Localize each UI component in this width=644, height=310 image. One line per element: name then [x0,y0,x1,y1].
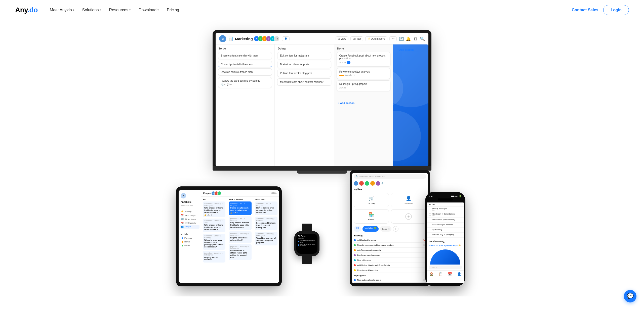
people-card[interactable]: Acme Inc. • HR • In Progress Start a blo… [229,201,251,215]
phone-frame: 9:41 ▮▮▮ WiFi 🔋 MY DAY Weekly [425,192,465,286]
phone-task[interactable]: Lunch with Cyan and Mike [427,223,464,228]
signal-icon: ▮▮▮ [451,195,454,197]
list-grid-item-add[interactable]: + [391,209,426,224]
kanban-card[interactable]: Redesign Spring graphic Apr 22 [337,80,390,91]
add-section-button[interactable]: + [393,226,398,232]
phone-task[interactable]: Social Media (weekly review) [427,218,464,223]
filter-icon: ⊟ [353,37,355,40]
add-member-button[interactable]: 👤 [282,36,290,41]
people-card[interactable]: Acme Inc. • Marketing • In Progress Why … [203,201,225,217]
tab-sales[interactable]: Sales 💬 [380,226,391,232]
search-button[interactable]: 🔍 [420,36,425,41]
sidebar-item-calendar[interactable]: 📆 My Calendar [180,221,199,225]
hero-section: M 📊 Marketing A B C D E +8 [0,20,644,296]
kanban-card[interactable]: Meet with team about content calendar [277,78,331,86]
kanban-card[interactable]: Contact potential influencers [218,61,272,67]
phone-task[interactable]: Weekly Team Sync Jan [427,206,464,212]
kanban-card[interactable]: Edit content for Instagram [277,52,331,59]
task-item[interactable]: Add Iceland to menu 🔖 1 [354,238,426,243]
view-button[interactable]: ⊞ View [336,36,348,41]
sidebar-item-people[interactable]: 👥 People [180,225,199,229]
sidebar-item-all-tasks[interactable]: ☑️ All my tasks [180,217,199,221]
more-button[interactable]: ••• [389,36,397,41]
phone-task[interactable]: Alex Green <> Sarah Larsen 7:00 [427,212,464,218]
task-item[interactable]: Next button close to menu ··· [354,278,426,283]
phone-screen: MY DAY Weekly Team Sync Jan Alex Green <… [427,202,464,283]
people-card[interactable]: Acme Inc. • Marketing • Backlog Lessons … [255,217,277,230]
phone-input-bar[interactable]: I want to... [429,266,462,269]
task-item[interactable]: Ask Tom regarding Algeria [354,248,426,253]
nav-meet-anydo[interactable]: Meet Any.do ▾ [47,6,77,14]
workspace-columns: Me Acme Inc. • Marketing • In Progress W… [201,197,279,272]
login-button[interactable]: Login [603,5,629,15]
watch-category: Personal [298,238,316,239]
automations-button[interactable]: ⚡ Automations [365,36,388,41]
kanban-card[interactable]: Review the card designs by Sophie 📎 4 💬 … [218,77,272,88]
ipad-search[interactable]: 🔍 Search for tasks, events, etc... [354,174,426,179]
watch-title: All Tasks [298,235,316,237]
refresh-button[interactable]: 🔄 [399,36,404,41]
add-section-button[interactable]: + Add section [337,100,390,106]
store-icon: 🏪 [356,212,387,218]
card-meta: 👍 1💬 1 [204,214,224,216]
watch-device: All Tasks Personal Talk with dad about t… [294,224,319,264]
list-grid-item-personal[interactable]: 👤 Personal [391,193,426,207]
sidebar-item-next-7[interactable]: 📅 Next 7 days [180,214,199,217]
people-col-stella: Stella Boaz Acme Inc. • HR • In Progress… [253,197,279,272]
phone-task[interactable]: Q4 Planning [427,228,464,233]
task-item[interactable]: New UI for map [354,258,426,263]
tab-marketing[interactable]: Marketing 🟢 [363,226,378,232]
task-item[interactable]: Rebuild component of ios merge random ··… [354,243,426,248]
sidebar-item-books[interactable]: Books [181,244,199,247]
people-card[interactable]: Acme Inc. • Marketing • In Progress Help… [229,231,251,243]
phone-task[interactable]: Interview Jing Jo (designer) [427,233,464,238]
sidebar-item-home[interactable]: Home [181,240,199,244]
list-grid-item-costco[interactable]: 🏪 Costco [354,209,389,224]
kanban-card[interactable]: Publish this week's blog post [277,70,331,77]
add-section-button-top[interactable]: + Add section [396,47,426,53]
nav-pricing[interactable]: Pricing [164,6,182,14]
people-card[interactable]: Acme Inc. • HR • In Progress How to buil… [255,201,277,215]
task-item[interactable]: Add United Kingdom of Great Britain [354,263,426,268]
people-card[interactable]: Acme Inc. • Marketing • In Progress Trav… [255,232,277,245]
contact-sales-link[interactable]: Contact Sales [572,8,598,12]
list-dot [182,241,183,243]
ipad-portrait-device: 🔍 Search for tasks, events, etc... ⚙️ [350,170,430,286]
people-card[interactable]: Acme Inc. • Marketing • In Progress Help… [203,251,225,263]
nav-solutions[interactable]: Solutions ▾ [79,6,104,14]
list-nav-icon[interactable]: 📋 [438,272,443,276]
kanban-card[interactable]: Share content calendar with team [218,52,272,59]
add-icon: + [405,213,412,220]
sidebar-item-personal[interactable]: Personal [181,236,199,240]
people-card[interactable]: Acme Inc. • HR • In Progress Why choose … [229,216,251,230]
people-card[interactable]: Acme Inc. • Marketing • Backlog Where to… [203,234,225,250]
task-item[interactable]: Revision of Afghanistan [354,268,426,273]
kanban-card[interactable]: Brainstorm ideas for posts [277,61,331,68]
people-card[interactable]: Acme Inc. • Marketing • Todo Why choose … [203,219,225,232]
notification-button[interactable]: 🔔 [406,36,411,41]
kanban-card[interactable]: Review competitor analysis March 12 [337,68,390,79]
list-grid-item-grocery[interactable]: 🛒 Grocery [354,193,389,207]
nav-left: Any.do Meet Any.do ▾ Solutions ▾ Resourc… [15,6,182,14]
people-card[interactable]: Acme Inc. • Marketing • In Progress Life… [229,244,251,260]
workspace-avatars: A [212,191,221,195]
filter-button[interactable]: ⊟ Filter [350,36,363,41]
nav-download[interactable]: Download ▾ [136,6,162,14]
layout-button[interactable]: ⊡ [413,36,418,41]
check-circle [429,229,431,231]
cal-nav-icon[interactable]: 📅 [448,272,452,276]
sidebar-item-my-day[interactable]: ☀️ My day [180,210,199,214]
home-nav-icon[interactable]: 🏠 [429,272,433,276]
kanban-card[interactable]: Develop sales outreach plan [218,68,272,76]
chart-icon: 📊 [229,36,233,41]
nav-resources[interactable]: Resources ▾ [106,6,133,14]
profile-nav-icon[interactable]: 👤 [457,272,461,276]
avatar [217,191,221,195]
people-col-alex: Alex Friedman Acme Inc. • HR • In Progre… [227,197,253,272]
tab-ios[interactable]: iOS [354,226,361,232]
logo[interactable]: Any.do [15,6,38,14]
filter-button[interactable]: ⊟ Filter [271,192,277,194]
task-item[interactable]: Buy flowers and groceries [354,253,426,258]
kanban-card[interactable]: Create Facebook post about new product p… [337,52,390,67]
phone-subgreeting: What's on your agenda today? 👋 [427,244,464,247]
